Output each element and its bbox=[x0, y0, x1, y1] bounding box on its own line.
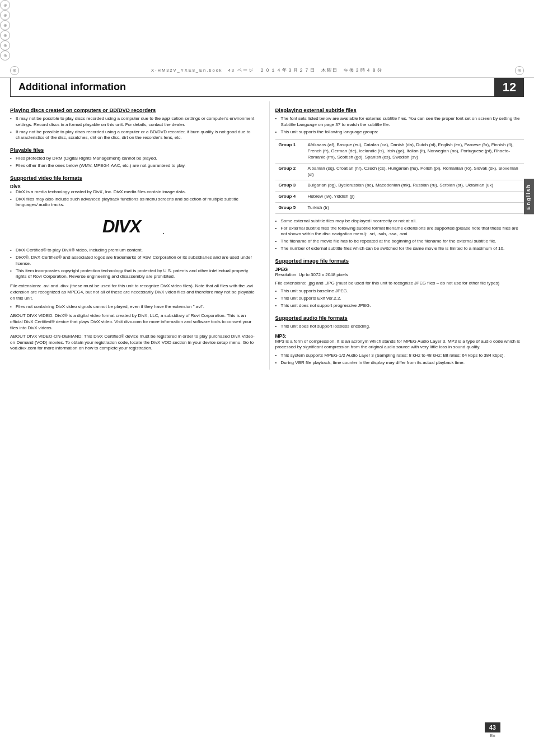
header-bar: Additional information 12 bbox=[10, 78, 524, 97]
list-item: DivX files may also include such advance… bbox=[10, 197, 259, 209]
list-item: Some external subtitle files may be disp… bbox=[275, 218, 524, 225]
subtitle-bullets2: Some external subtitle files may be disp… bbox=[275, 218, 524, 252]
jpeg-file-ext: File extensions: .jpg and .JPG (must be … bbox=[275, 281, 524, 287]
table-row: Group 3 Bulgarian (bg), Byelorussian (be… bbox=[275, 180, 524, 192]
list-item: DivX®, DivX Certified® and associated lo… bbox=[10, 255, 259, 267]
group-text: Afrikaans (af), Basque (eu), Catalan (ca… bbox=[305, 140, 524, 163]
divx-para2: ABOUT DIVX VIDEO: DivX® is a digital vid… bbox=[10, 313, 259, 331]
mp3-bullets: This system supports MPEG-1/2 Audio Laye… bbox=[275, 353, 524, 366]
list-item: Files not containing DivX video signals … bbox=[10, 304, 259, 310]
divx-para3: ABOUT DIVX VIDEO-ON-DEMAND: This DivX Ce… bbox=[10, 334, 259, 352]
mp3-text: MP3 is a form of compression. It is an a… bbox=[275, 339, 524, 351]
group-label: Group 2 bbox=[275, 163, 305, 180]
group-label: Group 3 bbox=[275, 180, 305, 192]
group-text: Hebrew (iw), Yiddish (ji) bbox=[305, 192, 524, 203]
list-item: The filename of the movie file has to be… bbox=[275, 239, 524, 245]
main-content: Playing discs created on computers or BD… bbox=[0, 101, 534, 370]
chapter-number: 12 bbox=[494, 78, 523, 96]
reg-mark-left: ⊕ bbox=[10, 66, 19, 75]
list-item: It may not be possible to play discs rec… bbox=[10, 116, 259, 128]
english-tab: English bbox=[524, 179, 534, 214]
list-item: During VBR file playback, time counter i… bbox=[275, 360, 524, 366]
jpeg-resolution: Resolution: Up to 3072 x 2048 pixels bbox=[275, 272, 524, 278]
divx-bullets1: DivX is a media technology created by Di… bbox=[10, 189, 259, 208]
section-audio-formats-title: Supported audio file formats bbox=[275, 315, 524, 321]
group-label: Group 1 bbox=[275, 140, 305, 163]
top-marks-text: X-HM32V_YXE8_En.book 43 ページ ２０１４年３月２７日 木… bbox=[24, 68, 510, 73]
page-title: Additional information bbox=[18, 81, 126, 93]
playing-discs-list: It may not be possible to play discs rec… bbox=[10, 116, 259, 141]
svg-text:.: . bbox=[163, 228, 165, 235]
audio-bullets: This unit does not support lossless enco… bbox=[275, 324, 524, 330]
right-column: Displaying external subtitle files The f… bbox=[269, 101, 524, 370]
group-text: Turkish (tr) bbox=[305, 202, 524, 213]
svg-text:DIVX: DIVX bbox=[102, 217, 142, 236]
header-title-area: Additional information bbox=[11, 78, 494, 96]
divx-logo-container: DIVX . bbox=[10, 214, 259, 243]
list-item: Files protected by DRM (Digital Rights M… bbox=[10, 156, 259, 162]
list-item: Files other than the ones below (WMV, MP… bbox=[10, 163, 259, 169]
section-playing-discs-title: Playing discs created on computers or BD… bbox=[10, 107, 259, 113]
page: ⊕ ⊕ ⊕ ⊕ ⊕ ⊕ ⊕ X-HM32V_YXE8_En.book 43 ペー… bbox=[0, 0, 534, 756]
corner-mark-br: ⊕ bbox=[0, 50, 10, 60]
section-subtitle-files-title: Displaying external subtitle files bbox=[275, 107, 524, 113]
list-item: The number of external subtitle files wh… bbox=[275, 246, 524, 252]
list-item: This item incorporates copyright protect… bbox=[10, 268, 259, 281]
divx-bullets2: DivX Certified® to play DivX® video, inc… bbox=[10, 248, 259, 280]
list-item: DivX Certified® to play DivX® video, inc… bbox=[10, 248, 259, 254]
group-label: Group 5 bbox=[275, 202, 305, 213]
page-footer: 43 En bbox=[485, 722, 500, 738]
table-row: Group 2 Albanian (sq), Croatian (hr), Cz… bbox=[275, 163, 524, 180]
list-item: The font sets listed below are available… bbox=[275, 116, 524, 128]
subsection-jpeg-title: JPEG bbox=[275, 267, 288, 272]
corner-mark-tl: ⊕ bbox=[0, 0, 10, 10]
playable-files-list: Files protected by DRM (Digital Rights M… bbox=[10, 156, 259, 169]
section-playable-files-title: Playable files bbox=[10, 147, 259, 153]
language-groups-table: Group 1 Afrikaans (af), Basque (eu), Cat… bbox=[275, 139, 524, 213]
group-text: Albanian (sq), Croatian (hr), Czech (cs)… bbox=[305, 163, 524, 180]
page-number: 43 bbox=[485, 722, 500, 732]
jpeg-bullets: This unit supports baseline JPEG. This u… bbox=[275, 288, 524, 309]
group-label: Group 4 bbox=[275, 192, 305, 203]
list-item: It may not be possible to play discs rec… bbox=[10, 129, 259, 142]
corner-mark-mr: ⊕ bbox=[0, 30, 10, 40]
divx-para1: File extensions: .avi and .divx (these m… bbox=[10, 283, 259, 301]
subtitle-intro-list: The font sets listed below are available… bbox=[275, 116, 524, 135]
table-row: Group 1 Afrikaans (af), Basque (eu), Cat… bbox=[275, 140, 524, 163]
list-item: This unit supports Exif Ver.2.2. bbox=[275, 296, 524, 302]
list-item: This unit does not support lossless enco… bbox=[275, 324, 524, 330]
list-item: This unit supports baseline JPEG. bbox=[275, 288, 524, 295]
page-label: En bbox=[485, 733, 500, 738]
divx-bullet3: Files not containing DivX video signals … bbox=[10, 304, 259, 310]
subsection-mp3-title: MP3: bbox=[275, 333, 287, 339]
corner-mark-ml: ⊕ bbox=[0, 20, 10, 30]
corner-mark-tr: ⊕ bbox=[0, 10, 10, 20]
section-video-formats-title: Supported video file formats bbox=[10, 175, 259, 181]
table-row: Group 5 Turkish (tr) bbox=[275, 202, 524, 213]
table-row: Group 4 Hebrew (iw), Yiddish (ji) bbox=[275, 192, 524, 203]
list-item: This unit does not support progressive J… bbox=[275, 303, 524, 309]
top-marks-bar: ⊕ X-HM32V_YXE8_En.book 43 ページ ２０１４年３月２７日… bbox=[0, 60, 534, 78]
section-image-formats-title: Supported image file formats bbox=[275, 258, 524, 264]
reg-mark-right: ⊕ bbox=[515, 66, 524, 75]
group-text: Bulgarian (bg), Byelorussian (be), Maced… bbox=[305, 180, 524, 192]
corner-mark-bl: ⊕ bbox=[0, 40, 10, 50]
subsection-divx-title: DivX bbox=[10, 184, 21, 189]
list-item: This system supports MPEG-1/2 Audio Laye… bbox=[275, 353, 524, 359]
divx-logo: DIVX . bbox=[101, 214, 168, 243]
list-item: For external subtitle files the followin… bbox=[275, 226, 524, 238]
list-item: This unit supports the following languag… bbox=[275, 129, 524, 136]
left-column: Playing discs created on computers or BD… bbox=[10, 101, 269, 370]
list-item: DivX is a media technology created by Di… bbox=[10, 189, 259, 195]
